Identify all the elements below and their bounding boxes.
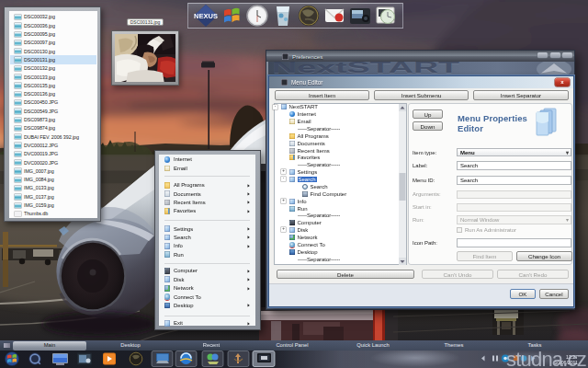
svg-text:NEXUS: NEXUS <box>194 12 218 20</box>
